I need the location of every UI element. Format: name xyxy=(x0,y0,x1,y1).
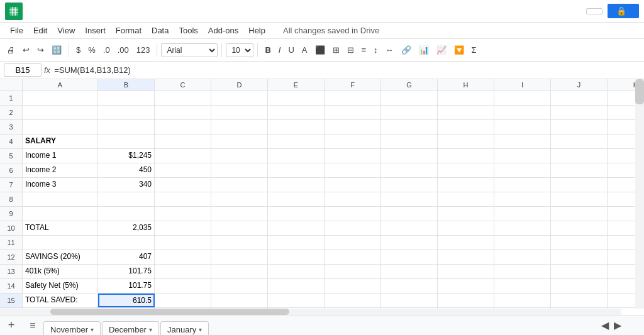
cell-b4[interactable] xyxy=(98,135,155,148)
cell-i13[interactable] xyxy=(494,265,551,278)
cell-g14[interactable] xyxy=(381,279,438,293)
sheet-tab-arrow[interactable]: ▾ xyxy=(149,326,152,333)
col-header-J[interactable]: J xyxy=(551,79,608,91)
cell-j3[interactable] xyxy=(551,120,608,134)
cell-j10[interactable] xyxy=(551,221,608,235)
cell-a14[interactable]: Safety Net (5%) xyxy=(23,279,98,293)
cell-h11[interactable] xyxy=(438,236,494,250)
cell-h1[interactable] xyxy=(438,91,494,105)
cell-i8[interactable] xyxy=(494,192,551,206)
cell-i7[interactable] xyxy=(494,178,551,192)
cell-h2[interactable] xyxy=(438,106,494,119)
cell-e8[interactable] xyxy=(268,192,325,206)
cell-f4[interactable] xyxy=(325,135,381,148)
menu-item-edit[interactable]: Edit xyxy=(28,25,52,36)
sheet-tab-january[interactable]: January▾ xyxy=(160,321,209,336)
cell-i12[interactable] xyxy=(494,250,551,264)
vscroll-thumb[interactable] xyxy=(635,79,644,104)
cell-b1[interactable] xyxy=(98,91,155,105)
cell-g15[interactable] xyxy=(381,294,438,307)
cell-d9[interactable] xyxy=(211,207,268,221)
cell-h5[interactable] xyxy=(438,149,494,163)
menu-item-insert[interactable]: Insert xyxy=(80,25,111,36)
cell-f5[interactable] xyxy=(325,149,381,163)
cell-f14[interactable] xyxy=(325,279,381,293)
add-sheet-button[interactable]: + xyxy=(3,317,20,334)
cell-g6[interactable] xyxy=(381,163,438,177)
cell-j2[interactable] xyxy=(551,106,608,119)
cell-g2[interactable] xyxy=(381,106,438,119)
cell-f11[interactable] xyxy=(325,236,381,250)
align-button[interactable]: ≡ xyxy=(358,43,370,57)
cell-c4[interactable] xyxy=(155,135,211,148)
cell-i3[interactable] xyxy=(494,120,551,134)
cell-d2[interactable] xyxy=(211,106,268,119)
cell-h9[interactable] xyxy=(438,207,494,221)
sheet-tab-november[interactable]: November▾ xyxy=(43,321,101,336)
hscroll-thumb[interactable] xyxy=(50,309,289,315)
cell-h13[interactable] xyxy=(438,265,494,278)
cell-i6[interactable] xyxy=(494,163,551,177)
undo-icon[interactable]: ↩ xyxy=(19,43,33,57)
chart-button[interactable]: 📊 xyxy=(416,43,432,57)
decimal-down-icon[interactable]: .0 xyxy=(100,43,113,57)
cell-e10[interactable] xyxy=(268,221,325,235)
cell-f7[interactable] xyxy=(325,178,381,192)
cell-c9[interactable] xyxy=(155,207,211,221)
merge-button[interactable]: ⊟ xyxy=(344,43,357,57)
print-icon[interactable]: 🖨 xyxy=(4,43,18,57)
cell-b13[interactable]: 101.75 xyxy=(98,265,155,278)
col-header-I[interactable]: I xyxy=(494,79,551,91)
cell-e9[interactable] xyxy=(268,207,325,221)
cell-j4[interactable] xyxy=(551,135,608,148)
cell-f9[interactable] xyxy=(325,207,381,221)
cell-d10[interactable] xyxy=(211,221,268,235)
cell-g10[interactable] xyxy=(381,221,438,235)
cell-a13[interactable]: 401k (5%) xyxy=(23,265,98,278)
cell-e5[interactable] xyxy=(268,149,325,163)
percent-icon[interactable]: % xyxy=(85,43,99,57)
cell-c7[interactable] xyxy=(155,178,211,192)
cell-a10[interactable]: TOTAL xyxy=(23,221,98,235)
menu-item-tools[interactable]: Tools xyxy=(174,25,203,36)
cell-e4[interactable] xyxy=(268,135,325,148)
underline-button[interactable]: U xyxy=(285,43,297,57)
cell-c6[interactable] xyxy=(155,163,211,177)
menu-item-file[interactable]: File xyxy=(5,25,28,36)
cell-g9[interactable] xyxy=(381,207,438,221)
font-size-select[interactable]: 10 xyxy=(226,43,253,57)
cell-b7[interactable]: 340 xyxy=(98,178,155,192)
scroll-right-icon[interactable]: ▶ xyxy=(614,319,621,331)
cell-c13[interactable] xyxy=(155,265,211,278)
share-button[interactable]: 🔒 xyxy=(608,4,639,18)
format-paint-icon[interactable]: 🔠 xyxy=(48,43,65,57)
redo-icon[interactable]: ↪ xyxy=(34,43,47,57)
cell-i11[interactable] xyxy=(494,236,551,250)
cell-j15[interactable] xyxy=(551,294,608,307)
cell-e15[interactable] xyxy=(268,294,325,307)
cell-c10[interactable] xyxy=(155,221,211,235)
menu-item-view[interactable]: View xyxy=(52,25,80,36)
italic-button[interactable]: I xyxy=(275,43,284,57)
cell-f8[interactable] xyxy=(325,192,381,206)
cell-reference[interactable] xyxy=(4,63,42,77)
cell-b6[interactable]: 450 xyxy=(98,163,155,177)
cell-f13[interactable] xyxy=(325,265,381,278)
bold-button[interactable]: B xyxy=(262,43,274,57)
menu-item-format[interactable]: Format xyxy=(111,25,147,36)
cell-c11[interactable] xyxy=(155,236,211,250)
cell-f3[interactable] xyxy=(325,120,381,134)
filter-button[interactable]: 📈 xyxy=(433,43,450,57)
cell-b9[interactable] xyxy=(98,207,155,221)
cell-i2[interactable] xyxy=(494,106,551,119)
vertical-scrollbar[interactable] xyxy=(635,79,644,309)
cell-a5[interactable]: Income 1 xyxy=(23,149,98,163)
cell-i4[interactable] xyxy=(494,135,551,148)
cell-a8[interactable] xyxy=(23,192,98,206)
cell-e1[interactable] xyxy=(268,91,325,105)
font-name-select[interactable]: Arial xyxy=(161,43,218,57)
cell-h12[interactable] xyxy=(438,250,494,264)
cell-j5[interactable] xyxy=(551,149,608,163)
cell-h3[interactable] xyxy=(438,120,494,134)
cell-d6[interactable] xyxy=(211,163,268,177)
